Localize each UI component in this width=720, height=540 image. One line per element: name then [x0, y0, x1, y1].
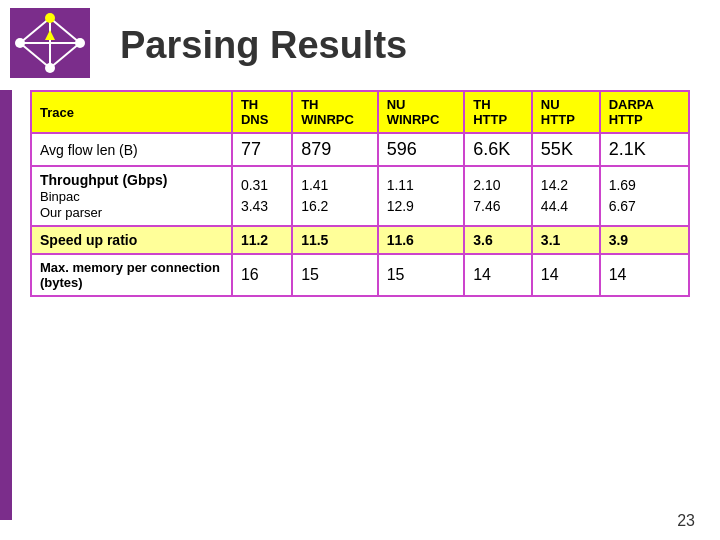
col-nu-http: NU HTTP	[532, 91, 600, 133]
avg-flow-nu-http: 55K	[532, 133, 600, 166]
speed-up-dns: 11.2	[232, 226, 292, 254]
col-th-winrpc: TH WINRPC	[292, 91, 378, 133]
svg-point-9	[75, 38, 85, 48]
avg-flow-th-winrpc: 879	[292, 133, 378, 166]
col-trace: Trace	[31, 91, 232, 133]
throughput-sub2: Our parser	[40, 205, 102, 220]
speed-up-th-winrpc: 11.5	[292, 226, 378, 254]
max-memory-label: Max. memory per connection (bytes)	[31, 254, 232, 296]
max-memory-dns: 16	[232, 254, 292, 296]
col-darpa-http: DARPA HTTP	[600, 91, 689, 133]
table-header-row: Trace TH DNS TH WINRPC NU WINRPC TH HTTP…	[31, 91, 689, 133]
col-nu-winrpc: NU WINRPC	[378, 91, 465, 133]
throughput-sub1: Binpac	[40, 189, 80, 204]
throughput-dns-v2: 3.43	[241, 198, 268, 214]
max-memory-nu-http: 14	[532, 254, 600, 296]
svg-point-10	[45, 63, 55, 73]
speed-up-nu-winrpc: 11.6	[378, 226, 465, 254]
avg-flow-label: Avg flow len (B)	[31, 133, 232, 166]
table-row-max-memory: Max. memory per connection (bytes) 16 15…	[31, 254, 689, 296]
logo	[10, 8, 100, 83]
max-memory-th-http: 14	[464, 254, 532, 296]
svg-point-8	[15, 38, 25, 48]
max-memory-th-winrpc: 15	[292, 254, 378, 296]
max-memory-darpa-http: 14	[600, 254, 689, 296]
avg-flow-nu-winrpc: 596	[378, 133, 465, 166]
avg-flow-th-http: 6.6K	[464, 133, 532, 166]
page-title: Parsing Results	[120, 24, 407, 67]
max-memory-nu-winrpc: 15	[378, 254, 465, 296]
table-row-speed-up: Speed up ratio 11.2 11.5 11.6 3.6 3.1 3.…	[31, 226, 689, 254]
main-content: Trace TH DNS TH WINRPC NU WINRPC TH HTTP…	[0, 90, 720, 297]
avg-flow-dns: 77	[232, 133, 292, 166]
svg-point-7	[45, 13, 55, 23]
avg-flow-darpa-http: 2.1K	[600, 133, 689, 166]
col-th-dns: TH DNS	[232, 91, 292, 133]
throughput-nu-winrpc: 1.11 12.9	[378, 166, 465, 226]
throughput-nu-http: 14.2 44.4	[532, 166, 600, 226]
throughput-dns-v1: 0.31	[241, 177, 268, 193]
throughput-th-winrpc: 1.41 16.2	[292, 166, 378, 226]
purple-bar	[0, 90, 12, 520]
throughput-th-http: 2.10 7.46	[464, 166, 532, 226]
throughput-main-label: Throughput (Gbps)	[40, 172, 168, 188]
throughput-darpa-http: 1.69 6.67	[600, 166, 689, 226]
max-memory-main-label: Max. memory per connection (bytes)	[40, 260, 220, 290]
page-number: 23	[677, 512, 695, 530]
header: Parsing Results	[0, 0, 720, 90]
col-th-http: TH HTTP	[464, 91, 532, 133]
table-row-avg-flow: Avg flow len (B) 77 879 596 6.6K 55K 2.1…	[31, 133, 689, 166]
speed-up-nu-http: 3.1	[532, 226, 600, 254]
speed-up-darpa-http: 3.9	[600, 226, 689, 254]
throughput-dns-values: 0.31 3.43	[241, 175, 283, 217]
speed-up-th-http: 3.6	[464, 226, 532, 254]
table-row-throughput: Throughput (Gbps) Binpac Our parser 0.31…	[31, 166, 689, 226]
throughput-dns: 0.31 3.43	[232, 166, 292, 226]
throughput-label: Throughput (Gbps) Binpac Our parser	[31, 166, 232, 226]
speed-up-label: Speed up ratio	[31, 226, 232, 254]
results-table: Trace TH DNS TH WINRPC NU WINRPC TH HTTP…	[30, 90, 690, 297]
